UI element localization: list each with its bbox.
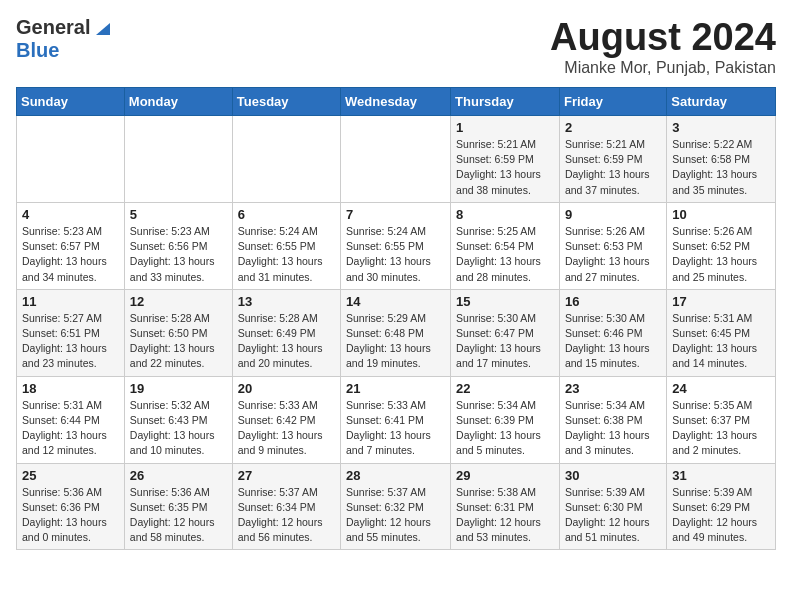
day-number: 27	[238, 468, 335, 483]
cell-info: Sunrise: 5:29 AM Sunset: 6:48 PM Dayligh…	[346, 311, 445, 372]
calendar-week-row: 18Sunrise: 5:31 AM Sunset: 6:44 PM Dayli…	[17, 376, 776, 463]
day-number: 3	[672, 120, 770, 135]
day-number: 26	[130, 468, 227, 483]
day-number: 23	[565, 381, 661, 396]
calendar-cell: 1Sunrise: 5:21 AM Sunset: 6:59 PM Daylig…	[451, 116, 560, 203]
calendar-cell: 2Sunrise: 5:21 AM Sunset: 6:59 PM Daylig…	[559, 116, 666, 203]
calendar-cell: 16Sunrise: 5:30 AM Sunset: 6:46 PM Dayli…	[559, 289, 666, 376]
day-number: 6	[238, 207, 335, 222]
calendar-cell: 22Sunrise: 5:34 AM Sunset: 6:39 PM Dayli…	[451, 376, 560, 463]
cell-info: Sunrise: 5:26 AM Sunset: 6:52 PM Dayligh…	[672, 224, 770, 285]
day-number: 31	[672, 468, 770, 483]
calendar-cell: 21Sunrise: 5:33 AM Sunset: 6:41 PM Dayli…	[341, 376, 451, 463]
weekday-header: Thursday	[451, 88, 560, 116]
day-number: 16	[565, 294, 661, 309]
cell-info: Sunrise: 5:39 AM Sunset: 6:29 PM Dayligh…	[672, 485, 770, 546]
calendar-week-row: 4Sunrise: 5:23 AM Sunset: 6:57 PM Daylig…	[17, 202, 776, 289]
day-number: 7	[346, 207, 445, 222]
day-number: 14	[346, 294, 445, 309]
day-number: 8	[456, 207, 554, 222]
calendar-cell: 8Sunrise: 5:25 AM Sunset: 6:54 PM Daylig…	[451, 202, 560, 289]
calendar-week-row: 11Sunrise: 5:27 AM Sunset: 6:51 PM Dayli…	[17, 289, 776, 376]
cell-info: Sunrise: 5:23 AM Sunset: 6:56 PM Dayligh…	[130, 224, 227, 285]
calendar-cell: 15Sunrise: 5:30 AM Sunset: 6:47 PM Dayli…	[451, 289, 560, 376]
logo-general-text: General	[16, 16, 90, 39]
day-number: 17	[672, 294, 770, 309]
calendar-cell	[341, 116, 451, 203]
day-number: 15	[456, 294, 554, 309]
calendar-cell: 19Sunrise: 5:32 AM Sunset: 6:43 PM Dayli…	[124, 376, 232, 463]
weekday-header-row: SundayMondayTuesdayWednesdayThursdayFrid…	[17, 88, 776, 116]
day-number: 21	[346, 381, 445, 396]
logo-blue-text: Blue	[16, 39, 59, 61]
logo-icon	[92, 17, 114, 39]
title-area: August 2024 Mianke Mor, Punjab, Pakistan	[550, 16, 776, 77]
calendar-cell: 31Sunrise: 5:39 AM Sunset: 6:29 PM Dayli…	[667, 463, 776, 550]
cell-info: Sunrise: 5:24 AM Sunset: 6:55 PM Dayligh…	[238, 224, 335, 285]
cell-info: Sunrise: 5:36 AM Sunset: 6:35 PM Dayligh…	[130, 485, 227, 546]
cell-info: Sunrise: 5:34 AM Sunset: 6:39 PM Dayligh…	[456, 398, 554, 459]
weekday-header: Wednesday	[341, 88, 451, 116]
cell-info: Sunrise: 5:23 AM Sunset: 6:57 PM Dayligh…	[22, 224, 119, 285]
header: General Blue August 2024 Mianke Mor, Pun…	[16, 16, 776, 77]
calendar-cell: 5Sunrise: 5:23 AM Sunset: 6:56 PM Daylig…	[124, 202, 232, 289]
calendar-cell: 26Sunrise: 5:36 AM Sunset: 6:35 PM Dayli…	[124, 463, 232, 550]
month-title: August 2024	[550, 16, 776, 59]
cell-info: Sunrise: 5:37 AM Sunset: 6:34 PM Dayligh…	[238, 485, 335, 546]
calendar-cell: 28Sunrise: 5:37 AM Sunset: 6:32 PM Dayli…	[341, 463, 451, 550]
day-number: 19	[130, 381, 227, 396]
svg-marker-0	[96, 23, 110, 35]
calendar-cell: 12Sunrise: 5:28 AM Sunset: 6:50 PM Dayli…	[124, 289, 232, 376]
cell-info: Sunrise: 5:32 AM Sunset: 6:43 PM Dayligh…	[130, 398, 227, 459]
cell-info: Sunrise: 5:31 AM Sunset: 6:44 PM Dayligh…	[22, 398, 119, 459]
calendar-cell: 10Sunrise: 5:26 AM Sunset: 6:52 PM Dayli…	[667, 202, 776, 289]
calendar-cell: 23Sunrise: 5:34 AM Sunset: 6:38 PM Dayli…	[559, 376, 666, 463]
calendar-cell: 25Sunrise: 5:36 AM Sunset: 6:36 PM Dayli…	[17, 463, 125, 550]
cell-info: Sunrise: 5:22 AM Sunset: 6:58 PM Dayligh…	[672, 137, 770, 198]
day-number: 9	[565, 207, 661, 222]
cell-info: Sunrise: 5:39 AM Sunset: 6:30 PM Dayligh…	[565, 485, 661, 546]
day-number: 20	[238, 381, 335, 396]
calendar-cell: 20Sunrise: 5:33 AM Sunset: 6:42 PM Dayli…	[232, 376, 340, 463]
calendar-cell	[17, 116, 125, 203]
calendar-cell: 7Sunrise: 5:24 AM Sunset: 6:55 PM Daylig…	[341, 202, 451, 289]
cell-info: Sunrise: 5:24 AM Sunset: 6:55 PM Dayligh…	[346, 224, 445, 285]
calendar-cell: 27Sunrise: 5:37 AM Sunset: 6:34 PM Dayli…	[232, 463, 340, 550]
cell-info: Sunrise: 5:25 AM Sunset: 6:54 PM Dayligh…	[456, 224, 554, 285]
cell-info: Sunrise: 5:28 AM Sunset: 6:49 PM Dayligh…	[238, 311, 335, 372]
cell-info: Sunrise: 5:36 AM Sunset: 6:36 PM Dayligh…	[22, 485, 119, 546]
day-number: 18	[22, 381, 119, 396]
cell-info: Sunrise: 5:21 AM Sunset: 6:59 PM Dayligh…	[565, 137, 661, 198]
calendar-cell: 30Sunrise: 5:39 AM Sunset: 6:30 PM Dayli…	[559, 463, 666, 550]
cell-info: Sunrise: 5:31 AM Sunset: 6:45 PM Dayligh…	[672, 311, 770, 372]
day-number: 5	[130, 207, 227, 222]
logo: General Blue	[16, 16, 114, 62]
calendar-cell: 9Sunrise: 5:26 AM Sunset: 6:53 PM Daylig…	[559, 202, 666, 289]
weekday-header: Tuesday	[232, 88, 340, 116]
weekday-header: Friday	[559, 88, 666, 116]
weekday-header: Saturday	[667, 88, 776, 116]
day-number: 25	[22, 468, 119, 483]
cell-info: Sunrise: 5:33 AM Sunset: 6:42 PM Dayligh…	[238, 398, 335, 459]
day-number: 1	[456, 120, 554, 135]
calendar-cell: 4Sunrise: 5:23 AM Sunset: 6:57 PM Daylig…	[17, 202, 125, 289]
cell-info: Sunrise: 5:30 AM Sunset: 6:47 PM Dayligh…	[456, 311, 554, 372]
cell-info: Sunrise: 5:26 AM Sunset: 6:53 PM Dayligh…	[565, 224, 661, 285]
calendar-table: SundayMondayTuesdayWednesdayThursdayFrid…	[16, 87, 776, 550]
cell-info: Sunrise: 5:27 AM Sunset: 6:51 PM Dayligh…	[22, 311, 119, 372]
day-number: 28	[346, 468, 445, 483]
day-number: 30	[565, 468, 661, 483]
cell-info: Sunrise: 5:35 AM Sunset: 6:37 PM Dayligh…	[672, 398, 770, 459]
calendar-cell: 17Sunrise: 5:31 AM Sunset: 6:45 PM Dayli…	[667, 289, 776, 376]
day-number: 2	[565, 120, 661, 135]
calendar-cell	[124, 116, 232, 203]
day-number: 24	[672, 381, 770, 396]
day-number: 4	[22, 207, 119, 222]
day-number: 22	[456, 381, 554, 396]
weekday-header: Sunday	[17, 88, 125, 116]
calendar-cell: 24Sunrise: 5:35 AM Sunset: 6:37 PM Dayli…	[667, 376, 776, 463]
day-number: 12	[130, 294, 227, 309]
day-number: 13	[238, 294, 335, 309]
cell-info: Sunrise: 5:21 AM Sunset: 6:59 PM Dayligh…	[456, 137, 554, 198]
cell-info: Sunrise: 5:38 AM Sunset: 6:31 PM Dayligh…	[456, 485, 554, 546]
